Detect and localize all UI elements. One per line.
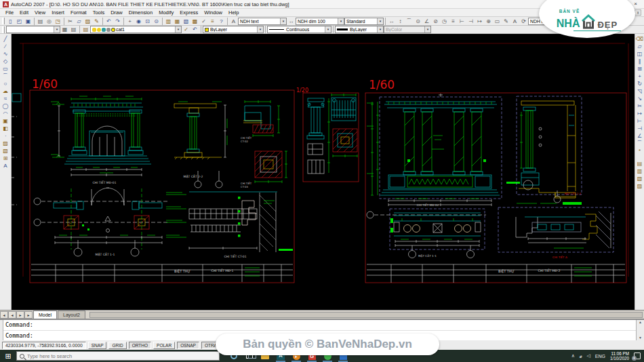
drawing-area[interactable]: 1/60 1/20 1/60 BIỆT THỰ CHI TIẾT MĐ-1 xyxy=(12,34,635,310)
rectangle-icon[interactable]: ▭ xyxy=(1,65,10,73)
menu-tools[interactable]: Tools xyxy=(90,9,108,17)
command-scrollbar[interactable]: ▲ ▼ xyxy=(636,320,644,340)
zoom-previous-icon[interactable]: ⊙ xyxy=(152,18,161,25)
explode-icon[interactable]: * xyxy=(635,147,644,155)
zoom-realtime-icon[interactable]: ◉ xyxy=(134,18,143,25)
toolbar-grip[interactable] xyxy=(2,18,5,24)
dropdown-arrow-icon[interactable]: ▾ xyxy=(377,18,383,24)
linetype-combo[interactable]: Continuous ▾ xyxy=(267,26,331,33)
workspace-combo[interactable]: ▾ xyxy=(6,26,60,33)
dim-style-combo[interactable]: NDH dim 100 ▾ xyxy=(296,18,344,25)
dim-aligned-icon[interactable]: ↕ xyxy=(396,18,405,25)
quickcalc-icon[interactable]: ≡ xyxy=(208,18,217,25)
mirror-icon[interactable]: ◫ xyxy=(635,50,644,58)
hatch-icon[interactable]: ▨ xyxy=(1,140,10,147)
fillet-icon[interactable]: ⌒ xyxy=(635,140,644,147)
ellipse-arc-icon[interactable]: ◠ xyxy=(1,110,10,117)
menu-view[interactable]: View xyxy=(32,9,48,17)
dim-quick-icon[interactable]: ≡ xyxy=(449,18,458,25)
mdi-close-icon[interactable]: x xyxy=(635,9,641,16)
paste-icon[interactable]: ▨ xyxy=(83,18,92,25)
help-icon[interactable]: ? xyxy=(217,18,226,25)
menu-window[interactable]: Window xyxy=(201,9,225,17)
menu-modify[interactable]: Modify xyxy=(156,9,176,17)
tab-prev-icon[interactable]: ◄ xyxy=(8,311,16,319)
gradient-icon[interactable]: ▧ xyxy=(1,147,10,155)
dim-text-edit-icon[interactable]: A xyxy=(510,18,519,25)
menu-insert[interactable]: Insert xyxy=(49,9,67,17)
open-icon[interactable]: ◰ xyxy=(15,18,24,25)
arc-icon[interactable]: ⌒ xyxy=(1,73,10,80)
ellipse-icon[interactable]: ◯ xyxy=(1,102,10,110)
spline-icon[interactable]: ≈ xyxy=(1,95,10,102)
layer-states-icon[interactable]: ▦ xyxy=(60,26,69,33)
dim-continue-icon[interactable]: ⊣ xyxy=(466,18,475,25)
menu-format[interactable]: Format xyxy=(68,9,89,17)
revision-cloud-icon[interactable]: ☁ xyxy=(1,87,10,95)
layer-lock-icon[interactable] xyxy=(102,28,106,32)
insert-block-icon[interactable]: ▣ xyxy=(1,117,10,125)
standard-style-combo[interactable]: Standard ▾ xyxy=(344,18,384,25)
copy-object-icon[interactable]: ▱ xyxy=(635,43,644,50)
draworder-under-icon[interactable]: ▨ xyxy=(635,182,644,190)
zoom-window-icon[interactable]: ⊡ xyxy=(143,18,152,25)
dim-edit-icon[interactable]: ✎ xyxy=(502,18,510,25)
dim-style-icon[interactable]: ↔ xyxy=(287,18,296,25)
tool-palettes-icon[interactable]: ▧ xyxy=(182,18,190,25)
layer-previous-icon[interactable]: ↶ xyxy=(190,26,199,33)
network-icon[interactable]: ⸙ xyxy=(580,354,582,359)
polyline-icon[interactable]: ∿ xyxy=(1,50,10,58)
polygon-icon[interactable]: ◇ xyxy=(1,58,10,65)
polar-toggle[interactable]: POLAR xyxy=(153,342,175,349)
tab-last-icon[interactable]: ► xyxy=(24,311,33,319)
dropdown-arrow-icon[interactable]: ▾ xyxy=(325,26,331,33)
array-icon[interactable]: ⊞ xyxy=(635,65,644,73)
break-icon[interactable]: ⊣ xyxy=(635,125,644,132)
menu-draw[interactable]: Draw xyxy=(108,9,125,17)
extend-icon[interactable]: ↦ xyxy=(635,110,644,117)
horizontal-scrollbar[interactable] xyxy=(89,312,643,318)
volume-icon[interactable]: ◁ xyxy=(586,353,590,359)
menu-file[interactable]: File xyxy=(3,9,16,17)
cut-icon[interactable]: ✂ xyxy=(66,18,75,25)
dim-baseline-icon[interactable]: ⊢ xyxy=(458,18,466,25)
dropdown-arrow-icon[interactable]: ▾ xyxy=(338,18,344,24)
layer-manager-icon[interactable]: ▤ xyxy=(81,26,90,33)
copy-icon[interactable]: ▱ xyxy=(75,18,83,25)
dim-diameter-icon[interactable]: ⊘ xyxy=(431,18,440,25)
grid-toggle[interactable]: GRID xyxy=(108,342,126,349)
scroll-up-icon[interactable]: ▲ xyxy=(639,320,642,325)
drawing-canvas[interactable]: 1/60 1/20 1/60 BIỆT THỰ CHI TIẾT MĐ-1 xyxy=(12,34,635,310)
match-properties-icon[interactable]: ✎ xyxy=(92,18,101,25)
plot-preview-icon[interactable]: ◎ xyxy=(45,18,54,25)
dim-update-icon[interactable]: ⟳ xyxy=(519,18,528,25)
dropdown-arrow-icon[interactable]: ▾ xyxy=(257,26,263,33)
layer-freeze-icon[interactable] xyxy=(97,28,101,32)
redo-icon[interactable]: ↷ xyxy=(113,18,122,25)
text-style-icon[interactable]: A xyxy=(229,18,238,25)
menu-express[interactable]: Express xyxy=(177,9,201,17)
color-combo[interactable]: ByLayer ▾ xyxy=(203,26,264,33)
dim-arc-icon[interactable]: ⌒ xyxy=(405,18,414,25)
undo-icon[interactable]: ↶ xyxy=(104,18,113,25)
erase-icon[interactable]: ⌫ xyxy=(635,35,644,43)
rotate-icon[interactable]: ↻ xyxy=(635,80,644,87)
osnap-toggle[interactable]: OSNAP xyxy=(177,342,199,349)
line-icon[interactable]: ╱ xyxy=(1,35,10,43)
ortho-toggle[interactable]: ORTHO xyxy=(129,342,151,349)
search-input[interactable] xyxy=(27,353,216,359)
dropdown-arrow-icon[interactable]: ▾ xyxy=(377,26,383,33)
offset-icon[interactable]: ∥ xyxy=(635,58,644,65)
dim-ordinate-icon[interactable]: ⊙ xyxy=(414,18,422,25)
sheetset-manager-icon[interactable]: ▩ xyxy=(190,18,199,25)
start-button[interactable]: ⊞ xyxy=(0,350,16,362)
dim-angular-icon[interactable]: ∠ xyxy=(422,18,431,25)
break-point-icon[interactable]: ⊢ xyxy=(635,117,644,125)
language-indicator[interactable]: ENG xyxy=(595,354,605,359)
table-icon[interactable]: ⊞ xyxy=(1,155,10,162)
publish-icon[interactable]: ◳ xyxy=(54,18,62,25)
dim-linear-icon[interactable]: ↔ xyxy=(387,18,396,25)
properties-icon[interactable]: ▥ xyxy=(164,18,173,25)
layer-on-icon[interactable] xyxy=(92,28,96,32)
make-current-icon[interactable]: ✓ xyxy=(182,26,190,33)
